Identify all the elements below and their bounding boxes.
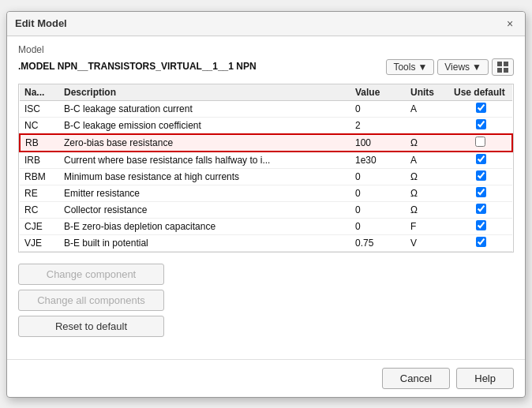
col-units: Units — [406, 84, 449, 101]
views-label: Views — [444, 62, 470, 73]
cell-use-default[interactable] — [449, 201, 512, 218]
table-row[interactable]: REEmitter resistance0Ω — [20, 185, 512, 201]
grid-icon — [496, 61, 509, 73]
close-button[interactable]: × — [503, 17, 517, 31]
cell-param-name: RB — [20, 134, 59, 152]
cell-description: Collector resistance — [59, 201, 350, 218]
dialog-title: Edit Model — [15, 17, 67, 29]
cell-description: Current where base resistance falls half… — [59, 152, 350, 169]
cell-use-default[interactable] — [449, 152, 512, 169]
dialog-footer: Cancel Help — [7, 359, 525, 397]
table-row[interactable]: RCCollector resistance0Ω — [20, 201, 512, 218]
table-row[interactable]: CJEB-E zero-bias depletion capacitance0F — [20, 218, 512, 234]
cell-param-name: VJE — [20, 234, 59, 251]
use-default-checkbox[interactable] — [475, 137, 485, 147]
use-default-checkbox[interactable] — [476, 187, 486, 197]
model-section-label: Model — [18, 44, 514, 55]
cell-use-default[interactable] — [449, 100, 512, 117]
cell-param-name: NC — [20, 117, 59, 134]
cell-param-name: CJE — [20, 218, 59, 234]
cell-param-name: RBM — [20, 168, 59, 185]
use-default-checkbox[interactable] — [476, 237, 486, 247]
title-bar: Edit Model × — [7, 12, 525, 36]
table-header-row: Na... Description Value Units Use defaul… — [20, 84, 512, 101]
table-body: ISCB-C leakage saturation current0ANCB-C… — [20, 100, 512, 251]
reset-to-default-button[interactable]: Reset to default — [18, 316, 164, 337]
edit-model-dialog: Edit Model × Model .MODEL NPN__TRANSISTO… — [6, 11, 526, 398]
icon-button[interactable] — [492, 58, 514, 76]
views-button[interactable]: Views ▼ — [437, 59, 489, 75]
model-name: .MODEL NPN__TRANSISTORS_VIRTUAL__1__1 NP… — [18, 61, 257, 72]
parameters-table: Na... Description Value Units Use defaul… — [19, 84, 513, 252]
cell-units: A — [406, 100, 449, 117]
cell-value: 100 — [350, 134, 406, 152]
use-default-checkbox[interactable] — [476, 204, 486, 214]
cell-value: 0 — [350, 168, 406, 185]
cell-use-default[interactable] — [449, 234, 512, 251]
change-component-button[interactable]: Change component — [18, 264, 164, 285]
cell-units: A — [406, 152, 449, 169]
cell-units: Ω — [406, 201, 449, 218]
cell-description: B-C leakage emission coefficient — [59, 117, 350, 134]
tools-arrow: ▼ — [418, 62, 427, 73]
cell-units: Ω — [406, 185, 449, 201]
cell-value: 2 — [350, 117, 406, 134]
cell-units: Ω — [406, 168, 449, 185]
cell-value: 0 — [350, 100, 406, 117]
cell-description: B-C leakage saturation current — [59, 100, 350, 117]
cell-value: 0 — [350, 201, 406, 218]
cell-use-default[interactable] — [449, 117, 512, 134]
cell-param-name: ISC — [20, 100, 59, 117]
model-table[interactable]: Na... Description Value Units Use defaul… — [18, 84, 514, 253]
cell-value: 1e30 — [350, 152, 406, 169]
table-row[interactable]: VJEB-E built in potential0.75V — [20, 234, 512, 251]
col-description: Description — [59, 84, 350, 101]
cell-param-name: RE — [20, 185, 59, 201]
cell-description: B-E built in potential — [59, 234, 350, 251]
cell-use-default[interactable] — [449, 218, 512, 234]
svg-rect-0 — [497, 62, 502, 66]
views-arrow: ▼ — [472, 62, 481, 73]
use-default-checkbox[interactable] — [476, 154, 486, 164]
cell-value: 0.75 — [350, 234, 406, 251]
table-row[interactable]: RBZero-bias base resistance100Ω — [20, 134, 512, 152]
dialog-body: Model .MODEL NPN__TRANSISTORS_VIRTUAL__1… — [7, 36, 525, 359]
cell-value: 0 — [350, 185, 406, 201]
cancel-button[interactable]: Cancel — [382, 368, 450, 389]
cell-description: Zero-bias base resistance — [59, 134, 350, 152]
svg-rect-3 — [504, 68, 508, 73]
cell-use-default[interactable] — [449, 185, 512, 201]
change-all-components-button[interactable]: Change all components — [18, 290, 164, 311]
col-name: Na... — [20, 84, 59, 101]
col-use-default: Use default — [449, 84, 512, 101]
table-row[interactable]: RBMMinimum base resistance at high curre… — [20, 168, 512, 185]
cell-value: 0 — [350, 218, 406, 234]
cell-description: Emitter resistance — [59, 185, 350, 201]
cell-use-default[interactable] — [449, 168, 512, 185]
actions-section: Change component Change all components R… — [18, 264, 514, 337]
svg-rect-1 — [504, 62, 508, 66]
use-default-checkbox[interactable] — [476, 170, 486, 181]
cell-units: Ω — [406, 134, 449, 152]
use-default-checkbox[interactable] — [476, 103, 486, 113]
cell-units: V — [406, 234, 449, 251]
cell-param-name: IRB — [20, 152, 59, 169]
svg-rect-2 — [497, 68, 502, 73]
cell-use-default[interactable] — [449, 134, 512, 152]
cell-units — [406, 117, 449, 134]
cell-description: Minimum base resistance at high currents — [59, 168, 350, 185]
table-row[interactable]: ISCB-C leakage saturation current0A — [20, 100, 512, 117]
cell-description: B-E zero-bias depletion capacitance — [59, 218, 350, 234]
table-wrapper: Na... Description Value Units Use defaul… — [18, 84, 514, 253]
col-value: Value — [350, 84, 406, 101]
use-default-checkbox[interactable] — [476, 119, 486, 129]
cell-param-name: RC — [20, 201, 59, 218]
tools-label: Tools — [393, 62, 415, 73]
toolbar: Tools ▼ Views ▼ — [386, 58, 514, 76]
help-button[interactable]: Help — [456, 368, 514, 389]
cell-units: F — [406, 218, 449, 234]
use-default-checkbox[interactable] — [476, 220, 486, 230]
table-row[interactable]: IRBCurrent where base resistance falls h… — [20, 152, 512, 169]
table-row[interactable]: NCB-C leakage emission coefficient2 — [20, 117, 512, 134]
tools-button[interactable]: Tools ▼ — [386, 59, 434, 75]
